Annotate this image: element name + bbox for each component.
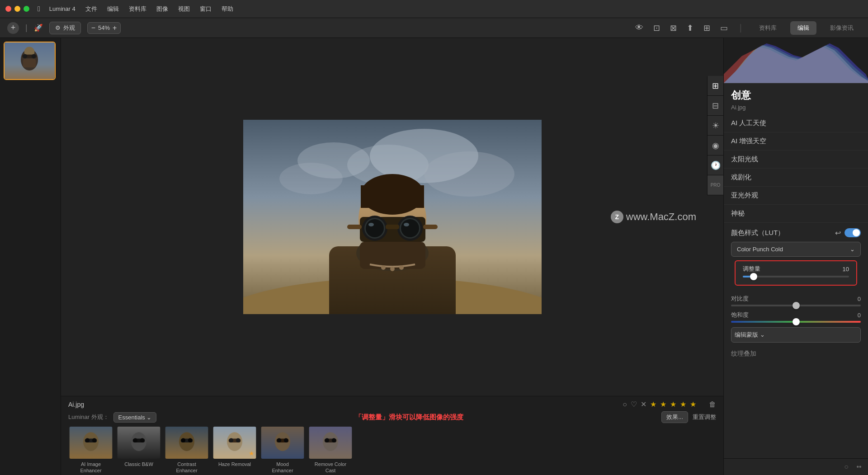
watermark-logo: Z	[611, 211, 623, 223]
svg-point-27	[404, 223, 409, 226]
reject-icon[interactable]: ✕	[641, 400, 646, 409]
flag-icon[interactable]: ○	[623, 400, 627, 409]
apple-icon[interactable]: 	[38, 5, 40, 13]
saturation-thumb[interactable]	[793, 318, 800, 325]
fullscreen-button[interactable]	[24, 6, 29, 12]
zoom-plus-button[interactable]: +	[113, 24, 117, 32]
menu-dramatic[interactable]: 戏剧化	[724, 169, 868, 187]
filter-hint: 「调整量」滑块可以降低图像的强度	[161, 413, 657, 422]
star-3[interactable]: ★	[670, 400, 676, 409]
preset-haze[interactable]: ★ Haze Removal	[212, 426, 257, 474]
star-5[interactable]: ★	[690, 400, 696, 409]
menu-matte[interactable]: 亚光外观	[724, 187, 868, 205]
menu-mystery[interactable]: 神秘	[724, 205, 868, 223]
preset-contrast[interactable]: ContrastEnhancer	[164, 426, 209, 474]
preset-thumb-haze[interactable]: ★	[212, 426, 257, 460]
sun-icon[interactable]: ☀	[707, 116, 723, 136]
heart-icon[interactable]: ♡	[631, 400, 637, 409]
effect-button[interactable]: 效果...	[661, 411, 688, 423]
panel-clock-icon[interactable]: ○	[841, 461, 852, 472]
adjustment-thumb[interactable]	[750, 273, 757, 280]
svg-point-12	[279, 163, 343, 194]
thumbnail-item[interactable]	[4, 42, 56, 80]
preset-label-bw: Classic B&W	[116, 461, 161, 467]
history-icon[interactable]: 🕐	[707, 155, 723, 175]
preset-thumb-mood[interactable]	[260, 426, 305, 460]
main-layout: Z www.MacZ.com Ai.jpg ○ ♡ ✕ ★ ★ ★ ★	[0, 38, 868, 475]
lut-dropdown-value: Color Punch Cold	[737, 246, 783, 253]
svg-point-48	[181, 438, 185, 442]
tab-library[interactable]: 资料库	[752, 21, 784, 35]
adjustment-slider[interactable]	[743, 276, 849, 277]
color-icon[interactable]: ◉	[707, 136, 723, 155]
traffic-lights	[5, 6, 29, 12]
star-1[interactable]: ★	[650, 400, 656, 409]
menu-ai-portrait[interactable]: AI 人工天使	[724, 114, 868, 132]
lut-toggle-knob	[853, 229, 860, 236]
menu-library[interactable]: 资料库	[129, 5, 146, 13]
preset-mood[interactable]: MoodEnhancer	[260, 426, 305, 474]
preset-thumb-contrast[interactable]	[164, 426, 209, 460]
edit-layer-label: 编辑蒙版 ⌄	[735, 331, 765, 339]
star-2[interactable]: ★	[660, 400, 666, 409]
compare-icon[interactable]: ⊡	[651, 21, 662, 35]
menu-edit[interactable]: 编辑	[107, 5, 119, 13]
trash-icon[interactable]: 🗑	[709, 400, 716, 409]
adjustments-icon[interactable]: ⊟	[707, 96, 723, 116]
edit-layer-button[interactable]: 编辑蒙版 ⌄	[731, 327, 861, 343]
menu-window[interactable]: 窗口	[200, 5, 212, 13]
menu-file[interactable]: 文件	[85, 5, 97, 13]
lut-section: 颜色样式（LUT） ↩ Color Punch Cold ⌄	[724, 223, 868, 295]
toolbar-left: + | 🚀	[7, 22, 43, 34]
panel-dots-icon[interactable]: ••	[854, 461, 864, 472]
watermark-text: www.MacZ.com	[626, 211, 696, 223]
lut-toggle[interactable]	[844, 228, 861, 237]
tab-edit[interactable]: 编辑	[790, 21, 816, 35]
add-button[interactable]: +	[7, 22, 19, 34]
share-icon[interactable]: ⬆	[685, 21, 695, 35]
look-button[interactable]: ⚙ 外观	[49, 22, 81, 34]
menu-image[interactable]: 图像	[156, 5, 168, 13]
svg-point-54	[236, 438, 240, 442]
preset-thumb-ai[interactable]	[68, 426, 113, 460]
preset-thumb-remove[interactable]	[308, 426, 353, 460]
center-area: Z www.MacZ.com Ai.jpg ○ ♡ ✕ ★ ★ ★ ★	[61, 38, 723, 475]
svg-point-22	[366, 219, 384, 237]
essentials-button[interactable]: Essentials ⌄	[113, 412, 157, 423]
svg-point-33	[390, 267, 395, 271]
left-sidebar	[0, 38, 61, 475]
star-4[interactable]: ★	[680, 400, 686, 409]
adj-row: 调整量 10	[743, 265, 849, 273]
rocket-icon: 🚀	[34, 24, 43, 32]
eye-icon[interactable]: 👁	[633, 21, 645, 34]
menu-view[interactable]: 视图	[178, 5, 190, 13]
svg-point-39	[92, 438, 96, 442]
lut-dropdown[interactable]: Color Punch Cold ⌄	[731, 242, 861, 257]
grid-icon[interactable]: ⊞	[702, 21, 712, 35]
contrast-thumb[interactable]	[793, 302, 800, 309]
saturation-slider[interactable]	[731, 321, 861, 323]
zoom-minus-button[interactable]: −	[91, 24, 95, 32]
menu-sunrays[interactable]: 太阳光线	[724, 150, 868, 169]
preset-ai-enhancer[interactable]: AI ImageEnhancer	[68, 426, 113, 474]
reset-button[interactable]: 重置调整	[693, 413, 716, 421]
lut-reset-icon[interactable]: ↩	[835, 228, 841, 237]
tab-info[interactable]: 影像资讯	[823, 21, 861, 35]
lut-dropdown-arrow: ⌄	[850, 246, 855, 253]
menu-ai-sky[interactable]: AI 增强天空	[724, 132, 868, 150]
window-icon[interactable]: ▭	[718, 21, 730, 35]
contrast-slider[interactable]	[731, 305, 861, 306]
close-button[interactable]	[5, 6, 11, 12]
layers-icon[interactable]: ⊞	[707, 76, 723, 96]
preset-label-haze: Haze Removal	[212, 461, 257, 467]
preset-thumb-bw[interactable]	[116, 426, 161, 460]
lut-title: 颜色样式（LUT）	[731, 229, 784, 237]
minimize-button[interactable]	[14, 6, 20, 12]
pro-icon[interactable]: PRO	[707, 175, 723, 195]
svg-point-53	[229, 438, 233, 442]
right-panel: 创意 Ai.jpg AI 人工天使 AI 增强天空 太阳光线 戏剧化 亚光外观	[723, 38, 868, 475]
preset-remove-color[interactable]: Remove ColorCast	[308, 426, 353, 474]
preset-classic-bw[interactable]: Classic B&W	[116, 426, 161, 474]
menu-help[interactable]: 帮助	[222, 5, 233, 13]
crop-icon[interactable]: ⊠	[668, 21, 679, 35]
